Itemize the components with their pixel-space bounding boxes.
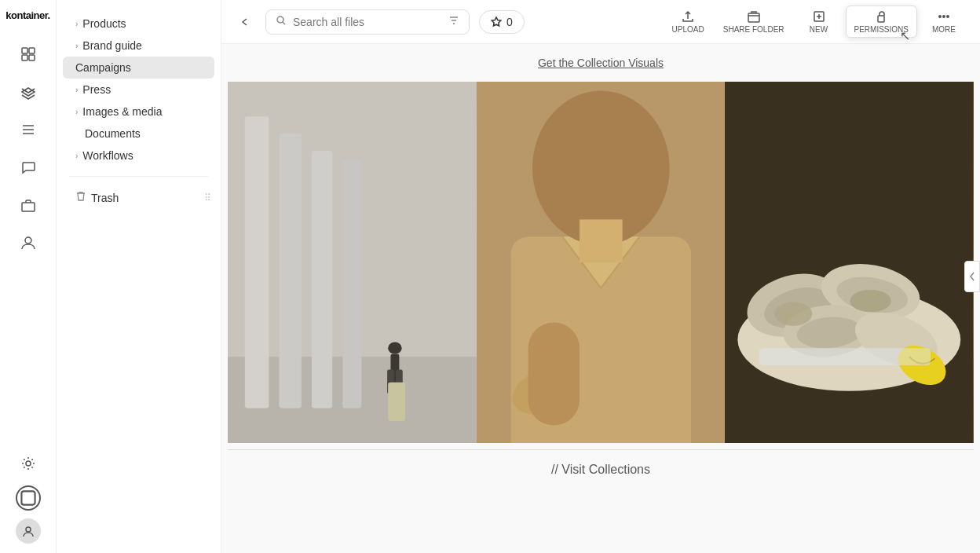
drag-handle[interactable]: ⠿ (204, 192, 211, 203)
cursor-indicator: ↖ (900, 28, 910, 43)
svg-point-11 (26, 527, 31, 532)
app-logo: kontainer. (5, 9, 49, 21)
sidebar-item-brand-guide[interactable]: › Brand guide (63, 35, 214, 57)
nav-icon-layers[interactable] (11, 75, 46, 109)
nav-icon-list[interactable] (11, 112, 46, 147)
svg-point-8 (25, 237, 31, 244)
svg-rect-33 (528, 322, 580, 425)
search-input[interactable] (293, 16, 442, 28)
chevron-icon: › (75, 42, 78, 50)
image-cell-3[interactable] (725, 82, 974, 443)
bottom-icons (11, 481, 46, 544)
search-bar (265, 9, 470, 35)
svg-point-18 (947, 16, 949, 17)
sidebar-item-campaigns[interactable]: Campaigns (63, 57, 214, 79)
svg-rect-23 (312, 151, 332, 408)
images-grid (221, 82, 980, 443)
sidebar-item-brand-guide-label: Brand guide (82, 39, 142, 52)
image-cell-1[interactable] (228, 82, 477, 443)
svg-point-16 (939, 16, 941, 17)
sidebar-item-images-media-label: Images & media (82, 105, 162, 118)
favorites-button[interactable]: 0 (479, 10, 525, 34)
nav-icon-grid[interactable] (11, 37, 46, 71)
nav-icon-settings[interactable] (11, 446, 46, 481)
sidebar-item-trash[interactable]: Trash ⠿ (63, 186, 214, 209)
nav-icon-user[interactable] (11, 225, 46, 260)
svg-rect-22 (280, 134, 302, 408)
nav-icons (11, 37, 46, 481)
icon-sidebar: kontainer. (0, 0, 57, 553)
back-button[interactable] (234, 11, 256, 33)
upload-button[interactable]: UPLOAD (664, 6, 712, 37)
svg-rect-24 (342, 159, 361, 408)
share-folder-label: SHARE FOLDER (723, 25, 784, 34)
avatar[interactable] (16, 518, 41, 544)
main-content: 0 UPLOAD SHARE FOLDER (221, 0, 980, 553)
chevron-icon: › (75, 152, 78, 160)
sidebar-item-documents[interactable]: Documents (63, 123, 214, 145)
new-button[interactable]: NEW (795, 6, 843, 37)
more-button[interactable]: MORE (920, 6, 967, 37)
more-label: MORE (932, 25, 956, 34)
svg-point-9 (26, 461, 31, 466)
svg-rect-0 (22, 48, 27, 53)
chevron-icon: › (75, 20, 78, 28)
sidebar-item-workflows[interactable]: › Workflows (63, 145, 214, 167)
nav-icon-expand[interactable] (11, 481, 46, 515)
sidebar-item-press[interactable]: › Press (63, 79, 214, 101)
collection-link[interactable]: Get the Collection Visuals (221, 44, 980, 82)
sidebar-item-campaigns-label: Campaigns (75, 61, 131, 74)
svg-rect-29 (388, 383, 405, 421)
top-bar: 0 UPLOAD SHARE FOLDER (221, 0, 980, 44)
nav-icon-briefcase[interactable] (11, 188, 46, 222)
svg-rect-3 (29, 55, 35, 60)
sidebar-item-products-label: Products (82, 17, 126, 30)
upload-label: UPLOAD (672, 25, 704, 34)
permissions-button[interactable]: PERMISSIONS ↖ (846, 5, 917, 38)
svg-rect-46 (759, 348, 931, 365)
svg-point-47 (775, 302, 813, 326)
sidebar-item-workflows-label: Workflows (82, 149, 133, 162)
sidebar-item-trash-label: Trash (91, 192, 119, 204)
visit-collections[interactable]: // Visit Collections (228, 449, 974, 489)
svg-rect-21 (245, 116, 269, 408)
top-actions: UPLOAD SHARE FOLDER NEW (664, 5, 967, 38)
svg-rect-7 (22, 203, 35, 211)
sidebar-item-documents-label: Documents (85, 127, 141, 140)
sidebar-divider (69, 176, 208, 177)
image-cell-2[interactable] (477, 82, 726, 443)
svg-rect-15 (878, 16, 884, 22)
sidebar-item-images-media[interactable]: › Images & media (63, 101, 214, 123)
svg-point-48 (850, 290, 891, 312)
svg-rect-10 (21, 491, 35, 504)
share-folder-button[interactable]: SHARE FOLDER (715, 6, 792, 37)
favorites-count: 0 (506, 16, 513, 28)
nav-icon-chat[interactable] (11, 150, 46, 185)
chevron-icon: › (75, 86, 78, 94)
svg-rect-1 (29, 48, 35, 53)
svg-point-17 (943, 16, 945, 17)
svg-rect-2 (22, 55, 27, 60)
sidebar-item-products[interactable]: › Products (63, 13, 214, 35)
filter-icon[interactable] (448, 15, 459, 29)
new-label: NEW (810, 25, 828, 34)
collapse-panel-button[interactable] (964, 261, 980, 292)
search-icon (276, 15, 287, 29)
file-sidebar: › Products › Brand guide Campaigns › Pre… (57, 0, 221, 553)
svg-point-12 (277, 16, 283, 23)
trash-icon (75, 191, 86, 204)
sidebar-item-press-label: Press (82, 83, 111, 96)
content-area: Get the Collection Visuals (221, 44, 980, 553)
svg-point-25 (388, 342, 401, 354)
svg-rect-13 (748, 13, 759, 22)
svg-rect-35 (580, 219, 623, 262)
chevron-icon: › (75, 108, 78, 116)
